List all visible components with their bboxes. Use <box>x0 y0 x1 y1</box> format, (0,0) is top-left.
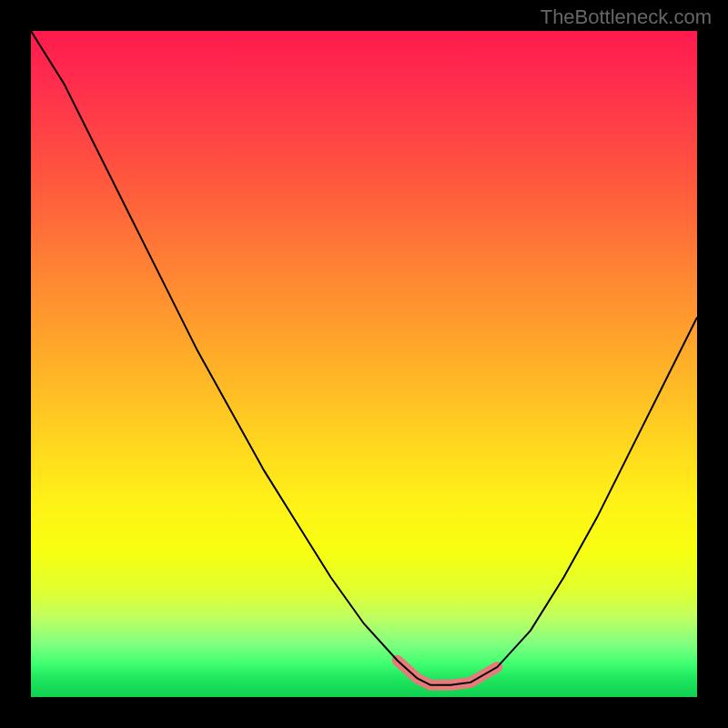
watermark-text: TheBottleneck.com <box>541 5 712 29</box>
chart-plot-area <box>31 31 697 697</box>
chart-svg <box>31 31 697 697</box>
chart-curve-line <box>31 31 697 685</box>
